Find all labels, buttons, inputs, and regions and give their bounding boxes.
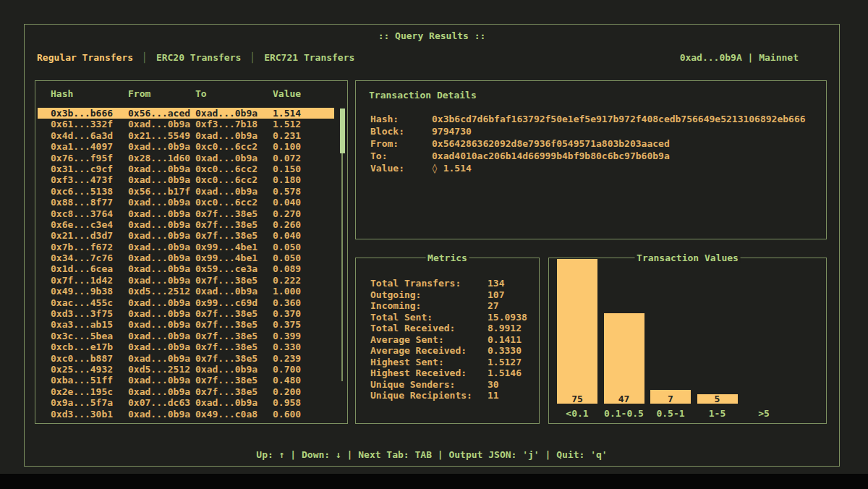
tx-value: 1.000 xyxy=(273,286,334,297)
column-header-hash: Hash xyxy=(51,88,128,99)
tx-value: 0.239 xyxy=(273,353,334,364)
tx-value: 0.270 xyxy=(273,208,334,219)
tx-to: 0x7f...38e5 xyxy=(195,319,273,330)
table-row[interactable]: 0xc6...51380x56...b17f0xad...0b9a0.578 xyxy=(38,186,334,197)
tx-from: 0xad...0b9a xyxy=(128,119,195,129)
table-header: HashFromToValue xyxy=(38,88,331,99)
tx-to: 0xad...0b9a xyxy=(195,186,273,197)
chart-plot: 75<0.1470.1-0.570.5-151-5>5 xyxy=(549,258,826,423)
table-row[interactable]: 0xf3...473f0xad...0b9a0xc0...6cc20.180 xyxy=(38,174,334,185)
table-row[interactable]: 0xc0...b8870xad...0b9a0x7f...38e50.239 xyxy=(38,353,334,364)
metric-label: Unique Recipients: xyxy=(370,390,488,401)
tx-from: 0xad...0b9a xyxy=(128,375,195,386)
bar-category-label: 1-5 xyxy=(693,408,742,419)
table-row[interactable]: 0x31...c9cf0xad...0b9a0xc0...6cc20.150 xyxy=(38,163,334,174)
tab-erc20-transfers[interactable]: ERC20 Transfers xyxy=(156,52,241,63)
tx-to: 0xc0...6cc2 xyxy=(195,174,273,185)
tx-hash: 0x88...8f77 xyxy=(51,197,128,208)
table-row[interactable]: 0x34...7c760xad...0b9a0x99...4be10.050 xyxy=(38,252,334,263)
tx-hash: 0xcb...e17b xyxy=(51,341,128,352)
tx-hash: 0x9a...5f7a xyxy=(51,397,128,408)
tx-hash: 0xba...51ff xyxy=(51,375,128,386)
table-row[interactable]: 0xba...51ff0xad...0b9a0x7f...38e50.480 xyxy=(38,375,334,386)
tx-from: 0xad...0b9a xyxy=(128,219,195,230)
bar-0.1-0.5: 47 xyxy=(604,313,644,404)
detail-label: Block: xyxy=(370,125,432,137)
table-row[interactable]: 0x3c...5bea0xad...0b9a0x7f...38e50.399 xyxy=(38,331,334,341)
tx-hash: 0xc6...5138 xyxy=(51,186,128,197)
metric-label: Highest Received: xyxy=(370,367,488,379)
tx-hash: 0x6e...c3e4 xyxy=(51,219,128,230)
table-row[interactable]: 0xd3...3f750xad...0b9a0x7f...38e50.370 xyxy=(38,308,334,319)
table-row[interactable]: 0x9a...5f7a0x07...dc630xad...0b9a0.958 xyxy=(38,397,334,408)
table-row[interactable]: 0xc8...37640xad...0b9a0x7f...38e50.270 xyxy=(38,208,334,219)
tab-regular-transfers[interactable]: Regular Transfers xyxy=(37,52,133,63)
tx-from: 0xad...0b9a xyxy=(128,252,195,263)
details-fields: Hash:0x3b6cd7d6bfaf163792f50e1ef5e917b97… xyxy=(370,113,819,174)
table-row[interactable]: 0x21...d3d70xad...0b9a0x7f...38e50.040 xyxy=(38,230,334,241)
tab-bar: Regular Transfers│ERC20 Transfers│ERC721… xyxy=(37,52,354,63)
tx-to: 0x49...c0a8 xyxy=(195,409,273,420)
scrollbar-track[interactable] xyxy=(341,153,343,381)
table-row[interactable]: 0x61...332f0xad...0b9a0xf3...7b181.512 xyxy=(38,119,334,129)
metric-value: 30 xyxy=(488,379,533,391)
tx-hash: 0x21...d3d7 xyxy=(51,230,128,241)
table-row[interactable]: 0x88...8f770xad...0b9a0xc0...6cc20.040 xyxy=(38,197,334,208)
tx-to: 0x7f...38e5 xyxy=(195,375,273,386)
table-row[interactable]: 0x2e...195c0xad...0b9a0x7f...38e50.200 xyxy=(38,386,334,397)
tx-hash: 0x34...7c76 xyxy=(51,252,128,263)
metrics-list: Total Transfers:134Outgoing:107Incoming:… xyxy=(370,278,533,401)
table-row[interactable]: 0xcb...e17b0xad...0b9a0x7f...38e50.330 xyxy=(38,341,334,352)
tx-value: 1.512 xyxy=(273,119,334,129)
tx-hash: 0xc8...3764 xyxy=(51,208,128,219)
tx-value: 0.100 xyxy=(273,141,334,152)
table-row[interactable]: 0x76...f95f0x28...1d600xad...0b9a0.072 xyxy=(38,153,334,163)
detail-value: 0x564286362092d8e7936f0549571a803b203aac… xyxy=(432,137,819,150)
metric-row: Total Transfers:134 xyxy=(370,278,533,289)
tx-hash: 0xf3...473f xyxy=(51,174,128,185)
table-row[interactable]: 0x7b...f6720xad...0b9a0x99...4be10.050 xyxy=(38,242,334,252)
tx-from: 0x28...1d60 xyxy=(128,153,195,163)
tab-erc721-transfers[interactable]: ERC721 Transfers xyxy=(264,52,354,63)
tx-from: 0xad...0b9a xyxy=(128,197,195,208)
tx-value: 0.150 xyxy=(273,163,334,174)
detail-label: From: xyxy=(370,137,432,150)
scrollbar-thumb[interactable] xyxy=(340,109,345,153)
tx-hash: 0xa1...4097 xyxy=(51,141,128,152)
table-row[interactable]: 0xac...455c0xad...0b9a0x99...c69d0.360 xyxy=(38,297,334,308)
transaction-details-panel: Transaction Details Hash:0x3b6cd7d6bfaf1… xyxy=(355,80,827,239)
table-row[interactable]: 0x49...9b380xd5...25120xad...0b9a1.000 xyxy=(38,286,334,297)
tx-value: 0.180 xyxy=(273,174,334,185)
tx-value: 0.050 xyxy=(273,252,334,263)
table-row[interactable]: 0xa1...40970xad...0b9a0xc0...6cc20.100 xyxy=(38,141,334,152)
tx-value: 0.200 xyxy=(273,386,334,397)
transfers-table-panel: HashFromToValue 0x3b...b6660x56...aced0x… xyxy=(35,80,348,424)
tx-hash: 0xd3...3f75 xyxy=(51,308,128,319)
tx-to: 0xad...0b9a xyxy=(195,397,273,408)
column-header-from: From xyxy=(128,88,195,99)
metric-label: Total Transfers: xyxy=(370,278,488,289)
table-row[interactable]: 0xa3...ab150xad...0b9a0x7f...38e50.375 xyxy=(38,319,334,330)
metric-row: Average Received:0.3330 xyxy=(370,345,533,357)
metric-value: 0.3330 xyxy=(488,345,533,357)
tx-from: 0xad...0b9a xyxy=(128,263,195,274)
bar-category-label: 0.1-0.5 xyxy=(600,408,649,419)
table-row[interactable]: 0x6e...c3e40xad...0b9a0x7f...38e50.260 xyxy=(38,219,334,230)
table-row[interactable]: 0x7f...1d420xad...0b9a0x7f...38e50.222 xyxy=(38,275,334,286)
table-row[interactable]: 0x25...49320xd5...25120xad...0b9a0.700 xyxy=(38,364,334,375)
metric-value: 0.1411 xyxy=(488,334,533,346)
tx-to: 0x99...c69d xyxy=(195,297,273,308)
table-row[interactable]: 0x4d...6a3d0x21...55490xad...0b9a0.231 xyxy=(38,130,334,141)
metric-label: Outgoing: xyxy=(370,289,488,301)
bar-value-label: 5 xyxy=(697,394,738,404)
detail-value: 0xad4010ac206b14d66999b4bf9b80c6bc97b60b… xyxy=(432,150,819,162)
table-row[interactable]: 0x1d...6cea0xad...0b9a0x59...ce3a0.089 xyxy=(38,263,334,274)
column-header-value: Value xyxy=(273,88,331,99)
tx-to: 0xc0...6cc2 xyxy=(195,141,273,152)
table-row[interactable]: 0xd3...30b10xad...0b9a0x49...c0a80.600 xyxy=(38,409,334,420)
table-row[interactable]: 0x3b...b6660x56...aced0xad...0b9a1.514 xyxy=(38,108,334,119)
tx-to: 0x7f...38e5 xyxy=(195,275,273,286)
tx-hash: 0x61...332f xyxy=(51,119,128,129)
metric-row: Unique Senders:30 xyxy=(370,379,533,391)
tx-from: 0xad...0b9a xyxy=(128,163,195,174)
